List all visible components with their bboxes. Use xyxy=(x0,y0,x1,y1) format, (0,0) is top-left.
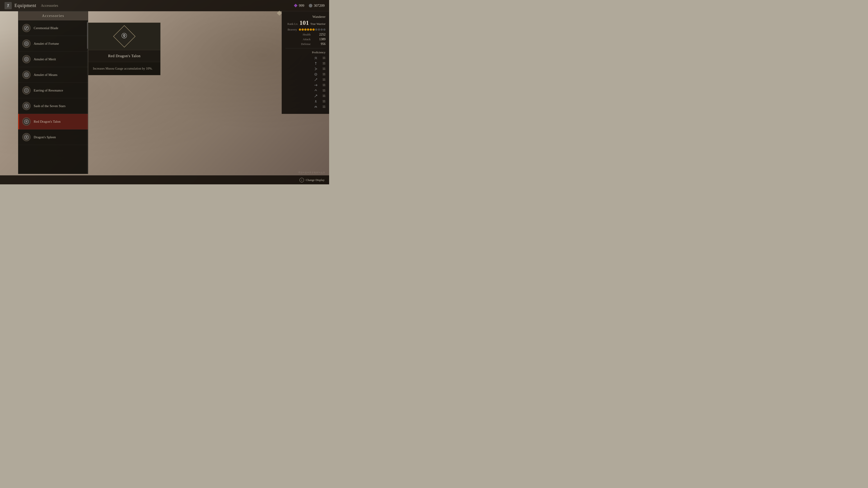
prof-icon-throw xyxy=(314,94,318,98)
svg-point-17 xyxy=(26,121,27,122)
proficiency-row-6: 11 xyxy=(285,83,326,87)
bravery-dot-3 xyxy=(304,29,307,31)
item-icon-8 xyxy=(22,133,31,141)
svg-point-13 xyxy=(24,88,29,92)
prof-value-9: 11 xyxy=(320,100,326,103)
health-value: 2252 xyxy=(314,33,326,36)
item-name-7: Red Dragon's Talon xyxy=(34,120,61,124)
proficiency-row-10: 11 xyxy=(285,105,326,109)
prof-icon-jump xyxy=(314,99,318,103)
bravery-dot-7 xyxy=(315,29,317,31)
currency-purple: 999 xyxy=(294,4,304,8)
tooltip-diamond-icon xyxy=(113,25,135,48)
stat-attack: Attack 1389 xyxy=(285,37,326,41)
prof-icon-sword xyxy=(314,56,318,60)
svg-point-12 xyxy=(26,74,27,75)
currency-gray-icon xyxy=(309,4,312,7)
item-icon-1 xyxy=(22,24,31,32)
prof-icon-arrow xyxy=(314,83,318,87)
tooltip-name-area: Red Dragon's Talon xyxy=(88,50,160,62)
bravery-dot-6 xyxy=(312,29,315,31)
currency-gray: 307209 xyxy=(309,4,324,8)
item-icon-3 xyxy=(22,55,31,63)
stat-health: Health 2252 xyxy=(285,33,326,36)
list-item[interactable]: Amulet of Fortune xyxy=(18,36,88,52)
proficiency-title: Proficiency xyxy=(285,51,326,54)
tooltip-icon-wrapper xyxy=(115,27,133,45)
prof-icon-bow xyxy=(314,67,318,71)
list-item[interactable]: Earring of Resonance xyxy=(18,83,88,98)
attack-value: 1389 xyxy=(314,37,326,41)
stats-divider xyxy=(285,48,326,48)
tooltip-icon-area xyxy=(88,23,160,50)
prof-icon-spear xyxy=(314,61,318,66)
scroll-thumb xyxy=(87,22,88,49)
prof-value-8: 11 xyxy=(320,94,326,98)
bravery-dot-1 xyxy=(299,29,301,31)
accessories-list: Ceremonial Blade Amulet of Fortune Amu xyxy=(18,20,88,145)
bravery-dot-2 xyxy=(302,29,304,31)
list-item[interactable]: Amulet of Means xyxy=(18,67,88,83)
currency-purple-value: 999 xyxy=(299,4,304,8)
prof-value-3: 11 xyxy=(320,67,326,71)
item-icon-4 xyxy=(22,71,31,79)
rank-number: 101 xyxy=(300,20,309,26)
scroll-indicator[interactable] xyxy=(87,22,88,174)
health-label: Health xyxy=(303,33,311,36)
attack-label: Attack xyxy=(303,37,311,41)
item-name-2: Amulet of Fortune xyxy=(34,42,59,46)
accessories-header: Accessories xyxy=(18,11,88,20)
prof-value-4: 11 xyxy=(320,72,326,76)
prof-icon-circle xyxy=(314,72,318,76)
currency-gray-value: 307209 xyxy=(314,4,324,8)
proficiency-row-5: 11 xyxy=(285,78,326,82)
prof-icon-grab xyxy=(314,89,318,93)
list-item[interactable]: Sash of the Seven Stars xyxy=(18,98,88,114)
svg-point-20 xyxy=(122,33,127,38)
currency-purple-icon xyxy=(294,4,298,7)
list-item[interactable]: Amulet of Merit xyxy=(18,52,88,67)
svg-marker-2 xyxy=(8,4,8,5)
item-name-1: Ceremonial Blade xyxy=(34,26,58,30)
svg-point-21 xyxy=(124,35,125,36)
item-name-8: Dragon's Spleen xyxy=(34,135,56,139)
proficiency-row-8: 11 xyxy=(285,94,326,98)
page-subtitle: Accessories xyxy=(41,4,58,8)
list-item[interactable]: Dragon's Spleen xyxy=(18,129,88,145)
prof-icon-blade xyxy=(314,78,318,82)
tooltip-diamond-inner xyxy=(121,32,128,41)
svg-point-14 xyxy=(24,104,29,108)
change-display-button[interactable]: ○ Change Display xyxy=(300,178,324,182)
defense-value: 956 xyxy=(314,42,326,46)
item-icon-5 xyxy=(22,86,31,94)
tooltip-description: Increases Musou Gauge accumulation by 10… xyxy=(93,66,156,71)
header-bar: Equipment Accessories 999 307209 xyxy=(0,0,329,11)
header-left: Equipment Accessories xyxy=(4,2,58,9)
item-name-4: Amulet of Means xyxy=(34,73,57,77)
rank-title: True Warrior xyxy=(310,22,326,26)
bravery-dot-8 xyxy=(318,29,320,31)
svg-point-18 xyxy=(24,135,29,139)
bravery-label: Bravery xyxy=(287,28,297,31)
svg-point-9 xyxy=(26,59,27,60)
page-title: Equipment xyxy=(14,3,36,8)
svg-point-16 xyxy=(24,120,29,124)
proficiency-row-4: 11 xyxy=(285,72,326,76)
proficiency-row-2: 11 xyxy=(285,61,326,66)
prof-value-5: 11 xyxy=(320,78,326,82)
list-item[interactable]: Ceremonial Blade xyxy=(18,20,88,36)
prof-icon-special xyxy=(314,105,318,109)
svg-point-15 xyxy=(26,105,27,106)
list-item-selected[interactable]: Red Dragon's Talon xyxy=(18,114,88,129)
accessories-panel: Accessories Ceremonial Blade Amulet of F xyxy=(18,11,88,174)
bravery-dot-9 xyxy=(320,29,323,31)
item-icon-6 xyxy=(22,102,31,110)
rank-label: Rank Lv. xyxy=(287,22,298,26)
item-name-5: Earring of Resonance xyxy=(34,89,63,92)
bravery-dot-5 xyxy=(310,29,312,31)
tooltip-item-name: Red Dragon's Talon xyxy=(108,54,141,58)
proficiency-row-3: 11 xyxy=(285,67,326,71)
character-name: Wanderer xyxy=(285,15,326,19)
equipment-icon xyxy=(4,2,12,9)
prof-value-1: 11 xyxy=(320,56,326,60)
